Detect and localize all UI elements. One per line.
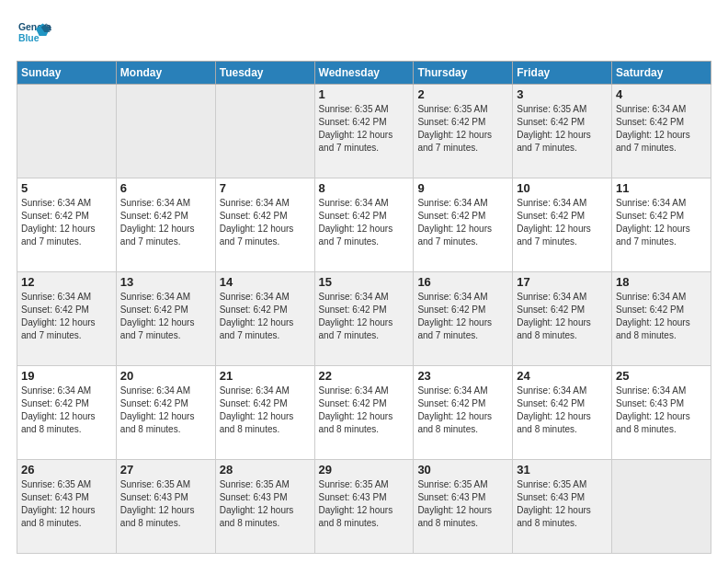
day-number: 16: [417, 275, 508, 289]
weekday-header-row: SundayMondayTuesdayWednesdayThursdayFrid…: [17, 62, 711, 85]
day-info: Sunrise: 6:35 AM Sunset: 6:42 PM Dayligh…: [319, 103, 410, 155]
calendar-week-row: 19Sunrise: 6:34 AM Sunset: 6:42 PM Dayli…: [17, 366, 711, 460]
calendar-cell: 13Sunrise: 6:34 AM Sunset: 6:42 PM Dayli…: [116, 272, 215, 366]
calendar-cell: 31Sunrise: 6:35 AM Sunset: 6:43 PM Dayli…: [513, 460, 612, 554]
day-number: 3: [517, 87, 608, 101]
day-info: Sunrise: 6:35 AM Sunset: 6:43 PM Dayligh…: [517, 478, 608, 530]
calendar-cell: 28Sunrise: 6:35 AM Sunset: 6:43 PM Dayli…: [215, 460, 314, 554]
header: General Blue: [17, 17, 711, 52]
calendar-cell: 18Sunrise: 6:34 AM Sunset: 6:42 PM Dayli…: [612, 272, 711, 366]
calendar-cell: 20Sunrise: 6:34 AM Sunset: 6:42 PM Dayli…: [116, 366, 215, 460]
day-info: Sunrise: 6:35 AM Sunset: 6:42 PM Dayligh…: [417, 103, 508, 155]
weekday-header-wednesday: Wednesday: [314, 62, 414, 85]
calendar-cell: 27Sunrise: 6:35 AM Sunset: 6:43 PM Dayli…: [116, 460, 215, 554]
day-info: Sunrise: 6:34 AM Sunset: 6:42 PM Dayligh…: [517, 197, 608, 248]
day-info: Sunrise: 6:34 AM Sunset: 6:42 PM Dayligh…: [319, 291, 410, 342]
day-info: Sunrise: 6:34 AM Sunset: 6:42 PM Dayligh…: [616, 197, 707, 248]
day-number: 28: [220, 463, 311, 477]
day-info: Sunrise: 6:34 AM Sunset: 6:42 PM Dayligh…: [417, 291, 508, 342]
day-number: 11: [616, 181, 707, 195]
day-info: Sunrise: 6:34 AM Sunset: 6:43 PM Dayligh…: [616, 385, 707, 436]
day-number: 24: [517, 369, 608, 383]
calendar-cell: 7Sunrise: 6:34 AM Sunset: 6:42 PM Daylig…: [215, 178, 314, 272]
day-number: 4: [616, 87, 707, 101]
calendar-cell: 1Sunrise: 6:35 AM Sunset: 6:42 PM Daylig…: [314, 85, 414, 178]
day-info: Sunrise: 6:34 AM Sunset: 6:42 PM Dayligh…: [319, 197, 410, 248]
calendar-cell: 26Sunrise: 6:35 AM Sunset: 6:43 PM Dayli…: [17, 460, 117, 554]
calendar-cell: 21Sunrise: 6:34 AM Sunset: 6:42 PM Dayli…: [215, 366, 314, 460]
day-number: 30: [417, 463, 508, 477]
calendar-cell: 10Sunrise: 6:34 AM Sunset: 6:42 PM Dayli…: [513, 178, 612, 272]
day-info: Sunrise: 6:34 AM Sunset: 6:42 PM Dayligh…: [616, 291, 707, 342]
calendar-cell: 17Sunrise: 6:34 AM Sunset: 6:42 PM Dayli…: [513, 272, 612, 366]
day-number: 7: [220, 181, 311, 195]
calendar-cell: 2Sunrise: 6:35 AM Sunset: 6:42 PM Daylig…: [414, 85, 513, 178]
calendar-cell: 6Sunrise: 6:34 AM Sunset: 6:42 PM Daylig…: [116, 178, 215, 272]
day-number: 2: [417, 87, 508, 101]
calendar-cell: 5Sunrise: 6:34 AM Sunset: 6:42 PM Daylig…: [17, 178, 117, 272]
calendar-cell: 12Sunrise: 6:34 AM Sunset: 6:42 PM Dayli…: [17, 272, 117, 366]
day-number: 21: [220, 369, 311, 383]
calendar-cell: 22Sunrise: 6:34 AM Sunset: 6:42 PM Dayli…: [314, 366, 414, 460]
day-info: Sunrise: 6:34 AM Sunset: 6:42 PM Dayligh…: [220, 291, 311, 342]
day-info: Sunrise: 6:34 AM Sunset: 6:42 PM Dayligh…: [517, 291, 608, 342]
weekday-header-tuesday: Tuesday: [215, 62, 314, 85]
day-info: Sunrise: 6:34 AM Sunset: 6:42 PM Dayligh…: [319, 385, 410, 436]
day-number: 15: [319, 275, 410, 289]
calendar-cell: [116, 85, 215, 178]
day-number: 17: [517, 275, 608, 289]
day-info: Sunrise: 6:34 AM Sunset: 6:42 PM Dayligh…: [417, 385, 508, 436]
day-number: 12: [21, 275, 112, 289]
calendar-cell: [612, 460, 711, 554]
day-number: 27: [120, 463, 211, 477]
day-info: Sunrise: 6:34 AM Sunset: 6:42 PM Dayligh…: [21, 385, 112, 436]
weekday-header-saturday: Saturday: [612, 62, 711, 85]
day-info: Sunrise: 6:34 AM Sunset: 6:42 PM Dayligh…: [21, 197, 112, 248]
calendar-cell: 14Sunrise: 6:34 AM Sunset: 6:42 PM Dayli…: [215, 272, 314, 366]
weekday-header-thursday: Thursday: [414, 62, 513, 85]
day-number: 31: [517, 463, 608, 477]
day-info: Sunrise: 6:35 AM Sunset: 6:43 PM Dayligh…: [220, 478, 311, 530]
calendar-cell: 4Sunrise: 6:34 AM Sunset: 6:42 PM Daylig…: [612, 85, 711, 178]
calendar-cell: 24Sunrise: 6:34 AM Sunset: 6:42 PM Dayli…: [513, 366, 612, 460]
calendar-week-row: 26Sunrise: 6:35 AM Sunset: 6:43 PM Dayli…: [17, 460, 711, 554]
calendar: SundayMondayTuesdayWednesdayThursdayFrid…: [17, 61, 711, 554]
calendar-week-row: 5Sunrise: 6:34 AM Sunset: 6:42 PM Daylig…: [17, 178, 711, 272]
day-number: 13: [120, 275, 211, 289]
day-info: Sunrise: 6:34 AM Sunset: 6:42 PM Dayligh…: [417, 197, 508, 248]
calendar-cell: 23Sunrise: 6:34 AM Sunset: 6:42 PM Dayli…: [414, 366, 513, 460]
day-info: Sunrise: 6:34 AM Sunset: 6:42 PM Dayligh…: [616, 103, 707, 155]
day-number: 8: [319, 181, 410, 195]
day-number: 5: [21, 181, 112, 195]
calendar-cell: 29Sunrise: 6:35 AM Sunset: 6:43 PM Dayli…: [314, 460, 414, 554]
weekday-header-friday: Friday: [513, 62, 612, 85]
day-number: 10: [517, 181, 608, 195]
page: General Blue SundayMondayTuesdayWednesda…: [0, 0, 728, 563]
day-info: Sunrise: 6:34 AM Sunset: 6:42 PM Dayligh…: [120, 385, 211, 436]
generalblue-logo-icon: General Blue: [17, 17, 51, 52]
day-info: Sunrise: 6:34 AM Sunset: 6:42 PM Dayligh…: [120, 197, 211, 248]
calendar-cell: 9Sunrise: 6:34 AM Sunset: 6:42 PM Daylig…: [414, 178, 513, 272]
day-info: Sunrise: 6:34 AM Sunset: 6:42 PM Dayligh…: [21, 291, 112, 342]
day-number: 26: [21, 463, 112, 477]
calendar-week-row: 12Sunrise: 6:34 AM Sunset: 6:42 PM Dayli…: [17, 272, 711, 366]
day-info: Sunrise: 6:35 AM Sunset: 6:43 PM Dayligh…: [120, 478, 211, 530]
day-number: 19: [21, 369, 112, 383]
weekday-header-sunday: Sunday: [17, 62, 117, 85]
day-info: Sunrise: 6:34 AM Sunset: 6:42 PM Dayligh…: [220, 385, 311, 436]
day-number: 18: [616, 275, 707, 289]
day-number: 29: [319, 463, 410, 477]
calendar-cell: 8Sunrise: 6:34 AM Sunset: 6:42 PM Daylig…: [314, 178, 414, 272]
day-info: Sunrise: 6:34 AM Sunset: 6:42 PM Dayligh…: [120, 291, 211, 342]
weekday-header-monday: Monday: [116, 62, 215, 85]
day-number: 22: [319, 369, 410, 383]
day-number: 20: [120, 369, 211, 383]
day-info: Sunrise: 6:35 AM Sunset: 6:43 PM Dayligh…: [417, 478, 508, 530]
day-info: Sunrise: 6:34 AM Sunset: 6:42 PM Dayligh…: [517, 385, 608, 436]
calendar-cell: 19Sunrise: 6:34 AM Sunset: 6:42 PM Dayli…: [17, 366, 117, 460]
day-info: Sunrise: 6:34 AM Sunset: 6:42 PM Dayligh…: [220, 197, 311, 248]
calendar-cell: 30Sunrise: 6:35 AM Sunset: 6:43 PM Dayli…: [414, 460, 513, 554]
day-number: 25: [616, 369, 707, 383]
day-number: 9: [417, 181, 508, 195]
day-info: Sunrise: 6:35 AM Sunset: 6:42 PM Dayligh…: [517, 103, 608, 155]
